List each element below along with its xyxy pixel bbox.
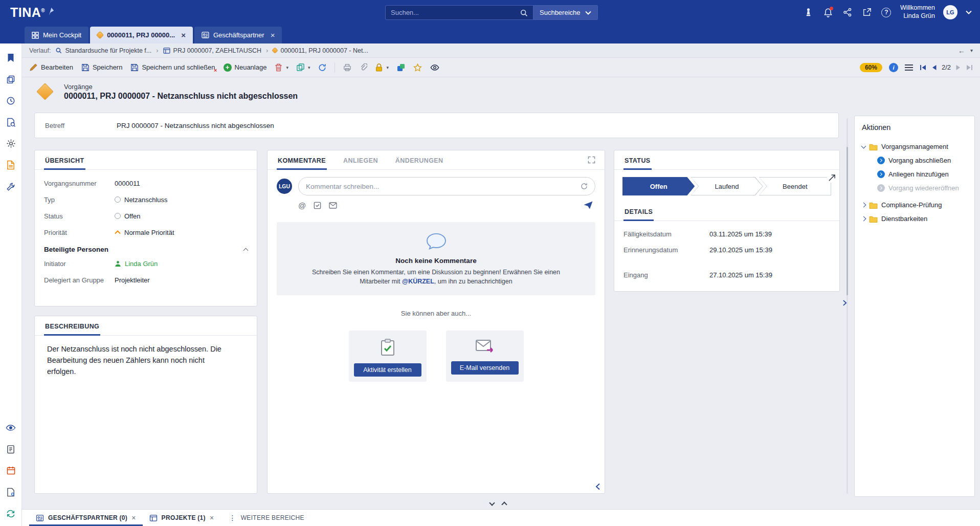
share-icon[interactable]	[842, 7, 853, 18]
history-dropdown-icon[interactable]: ▾	[970, 48, 973, 53]
collapse-down-icon[interactable]	[489, 500, 495, 506]
favorite-button[interactable]	[413, 63, 422, 72]
tab-beschreibung[interactable]: BESCHREIBUNG	[44, 316, 100, 335]
tab-details[interactable]: DETAILS	[623, 202, 654, 221]
history-item-search[interactable]: Standardsuche für Projekte f...	[55, 47, 151, 54]
step-beendet[interactable]: Beendet	[759, 177, 831, 195]
tree-group-dienstbarkeiten[interactable]: Dienstbarkeiten	[862, 212, 967, 226]
user-avatar[interactable]: LG	[943, 5, 957, 19]
duplicate-button[interactable]: ▾	[297, 63, 310, 71]
mention-icon[interactable]: @	[298, 202, 306, 209]
sync-icon[interactable]	[6, 508, 16, 519]
tree-group-vorgangsmanagement[interactable]: Vorgangsmanagement	[862, 140, 967, 154]
notes-icon[interactable]	[6, 444, 16, 454]
user-menu-chevron-icon[interactable]	[966, 10, 972, 14]
comment-input[interactable]	[306, 183, 576, 190]
content-area: Betreff PRJ 0000007 - Netzanschluss nich…	[22, 106, 980, 509]
bottom-tab-projekte[interactable]: PROJEKTE (1) ×	[143, 510, 221, 526]
search-input[interactable]	[391, 9, 520, 16]
detach-icon[interactable]	[827, 173, 837, 183]
action-vorgang-abschliessen[interactable]: Vorgang abschließen	[877, 154, 967, 167]
refresh-button[interactable]	[318, 63, 326, 72]
dropdown-caret-icon[interactable]: ▾	[286, 65, 288, 70]
link-records-button[interactable]	[397, 63, 405, 72]
collapse-section-icon[interactable]	[243, 248, 249, 253]
dropdown-caret-icon[interactable]: ▾	[386, 65, 389, 70]
mention-link[interactable]: @KÜRZEL	[402, 278, 434, 285]
expand-up-icon[interactable]	[501, 501, 507, 507]
assistant-icon[interactable]	[803, 7, 814, 18]
close-tab-icon[interactable]: ×	[181, 31, 186, 39]
notifications-icon[interactable]	[822, 7, 834, 18]
fullscreen-icon[interactable]	[588, 156, 595, 164]
last-record-icon[interactable]	[966, 64, 973, 71]
send-email-button[interactable]: E-Mail versenden	[451, 361, 519, 375]
save-close-button[interactable]: × Speichern und schließen	[130, 63, 215, 72]
expand-panel-icon[interactable]	[842, 299, 847, 306]
bottom-tab-geschaeftspartner[interactable]: GESCHÄFTSPARTNER (0) ×	[29, 510, 143, 526]
watch-button[interactable]	[430, 64, 439, 71]
settings-gear-icon[interactable]	[6, 138, 16, 149]
history-icon[interactable]	[6, 95, 16, 106]
next-record-icon[interactable]	[956, 64, 961, 71]
email-icon[interactable]	[329, 202, 337, 209]
more-areas-button[interactable]: ⋮ WEITERE BEREICHE	[220, 510, 312, 526]
external-link-icon[interactable]	[861, 7, 873, 18]
tab-status[interactable]: STATUS	[623, 150, 652, 169]
wrench-icon[interactable]	[6, 181, 16, 192]
progress-badge[interactable]: 60%	[860, 63, 882, 72]
close-icon[interactable]: ×	[131, 514, 136, 522]
close-icon[interactable]: ×	[210, 514, 214, 522]
attachment-button[interactable]	[360, 63, 367, 72]
global-search: Suchbereiche	[385, 5, 598, 20]
tab-anliegen[interactable]: ANLIEGEN	[342, 150, 379, 169]
print-button[interactable]	[343, 63, 351, 72]
eye-star-icon[interactable]	[6, 422, 16, 433]
tree-group-compliance-pruefung[interactable]: Compliance-Prüfung	[862, 198, 967, 212]
tab-kommentare[interactable]: KOMMENTARE	[277, 150, 327, 169]
info-icon[interactable]: i	[889, 63, 898, 72]
first-record-icon[interactable]	[920, 64, 927, 71]
delete-button[interactable]: ▾	[275, 63, 288, 72]
menu-icon[interactable]	[905, 64, 913, 71]
search-icon[interactable]	[520, 9, 528, 17]
save-button[interactable]: Speichern	[81, 63, 123, 72]
history-item-project[interactable]: PRJ 0000007, ZAEHLTAUSCH	[163, 47, 262, 54]
search-scope-label: Suchbereiche	[540, 9, 581, 16]
tab-geschaeftspartner[interactable]: Geschäftspartner ×	[194, 27, 282, 43]
calendar-icon[interactable]	[6, 465, 16, 476]
close-tab-icon[interactable]: ×	[271, 31, 275, 39]
refresh-icon[interactable]	[581, 183, 588, 190]
action-anliegen-hinzufuegen[interactable]: Anliegen hinzufügen	[877, 167, 967, 181]
dropdown-caret-icon[interactable]: ▾	[308, 65, 310, 70]
comment-input-wrap[interactable]	[298, 177, 595, 195]
search-scope-button[interactable]: Suchbereiche	[533, 5, 598, 20]
send-icon[interactable]	[583, 201, 593, 210]
empty-state-text: Schreiben Sie einen Kommentar, um eine D…	[297, 268, 575, 286]
step-laufend[interactable]: Laufend	[691, 177, 763, 195]
tab-vorgang[interactable]: 0000011, PRJ 00000... ×	[90, 27, 193, 43]
previous-record-icon[interactable]	[932, 64, 937, 71]
collapse-left-icon[interactable]	[595, 483, 600, 490]
history-back-icon[interactable]: ←	[958, 47, 965, 55]
bookmark-icon[interactable]	[6, 52, 16, 63]
edit-button[interactable]: Bearbeiten	[29, 63, 73, 72]
initiator-link[interactable]: Linda Grün	[125, 260, 158, 268]
new-record-button[interactable]: Neuanlage	[224, 63, 267, 72]
registered-mark: ®	[41, 7, 45, 13]
task-icon[interactable]	[314, 202, 321, 209]
search-box[interactable]	[385, 5, 533, 20]
tab-uebersicht[interactable]: ÜBERSICHT	[44, 150, 85, 169]
tab-mein-cockpit[interactable]: Mein Cockpit	[25, 27, 88, 43]
step-offen[interactable]: Offen	[622, 177, 695, 195]
create-activity-button[interactable]: Aktivität erstellen	[354, 363, 421, 377]
search-document-icon[interactable]	[6, 117, 16, 127]
scrollbar-thumb[interactable]	[847, 147, 848, 295]
document-settings-icon[interactable]	[6, 487, 16, 497]
tab-aenderungen[interactable]: ÄNDERUNGEN	[394, 150, 444, 169]
document-icon[interactable]	[6, 160, 16, 170]
lock-button[interactable]: ▾	[375, 63, 389, 72]
copy-icon[interactable]	[6, 74, 16, 84]
help-icon[interactable]: ?	[881, 7, 892, 18]
history-item-vorgang[interactable]: 0000011, PRJ 0000007 - Net...	[273, 47, 368, 54]
